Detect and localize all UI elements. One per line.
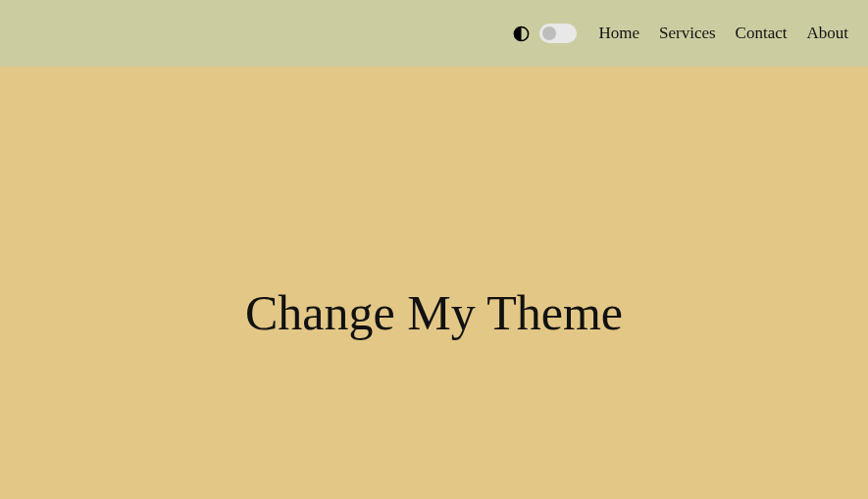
nav-link-about[interactable]: About xyxy=(807,24,849,43)
nav-link-home[interactable]: Home xyxy=(598,24,639,43)
nav-right: Home Services Contact About xyxy=(512,24,848,43)
navbar: Home Services Contact About xyxy=(0,0,868,67)
theme-toggle[interactable] xyxy=(539,24,577,43)
page-heading: Change My Theme xyxy=(245,284,623,341)
main-content: Change My Theme xyxy=(0,67,868,499)
nav-links: Home Services Contact About xyxy=(598,24,848,43)
nav-link-services[interactable]: Services xyxy=(659,24,716,43)
contrast-icon[interactable] xyxy=(512,25,530,42)
nav-link-contact[interactable]: Contact xyxy=(736,24,788,43)
toggle-knob xyxy=(542,26,556,40)
